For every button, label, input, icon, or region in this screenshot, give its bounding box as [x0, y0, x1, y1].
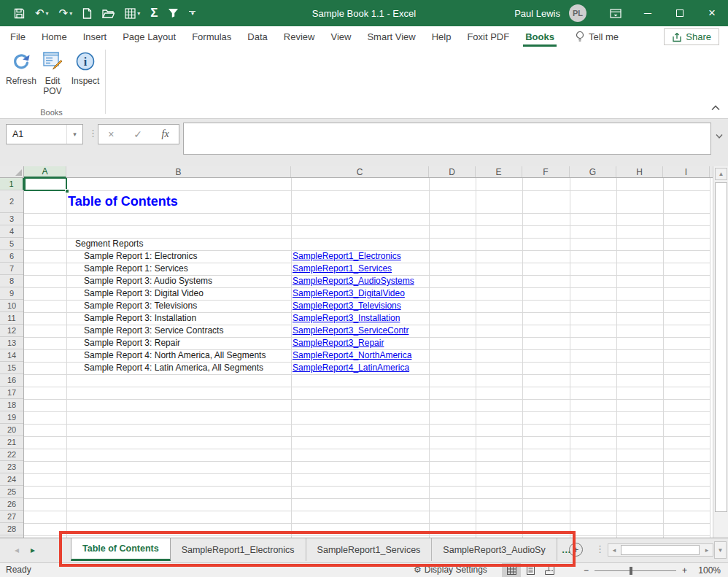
tab-help[interactable]: Help — [424, 26, 460, 47]
toc-entry-label[interactable]: Sample Report 1: Electronics — [84, 250, 197, 263]
quick-table-button[interactable]: ▾ — [120, 2, 145, 24]
save-button[interactable] — [9, 2, 30, 24]
page-layout-view-button[interactable] — [521, 563, 540, 577]
scroll-right-button[interactable]: ▸ — [701, 544, 713, 556]
row-header-24[interactable]: 24 — [0, 473, 23, 486]
toc-entry-link[interactable]: SampleReport3_DigitalVideo — [293, 287, 405, 300]
open-button[interactable] — [97, 2, 120, 24]
tab-data[interactable]: Data — [239, 26, 275, 47]
row-header-5[interactable]: 5 — [0, 238, 23, 250]
row-header-6[interactable]: 6 — [0, 250, 23, 263]
share-button[interactable]: Share — [664, 28, 719, 45]
minimize-button[interactable]: ─ — [632, 0, 664, 26]
sheet-tab-samplereport1_services[interactable]: SampleReport1_Services — [306, 538, 433, 561]
row-header-8[interactable]: 8 — [0, 275, 23, 287]
toc-entry-label[interactable]: Sample Report 1: Services — [84, 263, 188, 275]
row-header-22[interactable]: 22 — [0, 449, 23, 461]
toc-entry-link[interactable]: SampleReport1_Electronics — [293, 250, 401, 263]
spreadsheet-grid[interactable]: Table of Contents Segment Reports Sample… — [0, 166, 713, 538]
toc-entry-label[interactable]: Sample Report 3: Audio Systems — [84, 275, 212, 287]
name-box-dropdown-icon[interactable]: ▾ — [66, 125, 82, 144]
vertical-scrollbar-thumb[interactable] — [715, 182, 727, 512]
scroll-left-button[interactable]: ◂ — [608, 544, 620, 556]
toc-entry-label[interactable]: Sample Report 3: Repair — [84, 337, 180, 349]
row-header-25[interactable]: 25 — [0, 486, 23, 498]
formula-bar-expand-button[interactable] — [715, 129, 724, 142]
row-header-12[interactable]: 12 — [0, 325, 23, 337]
toc-entry-label[interactable]: Sample Report 3: Televisions — [84, 300, 197, 312]
cell-section-header[interactable]: Segment Reports — [75, 238, 143, 250]
tab-page-layout[interactable]: Page Layout — [115, 26, 184, 47]
column-header-A[interactable]: A — [24, 166, 66, 178]
toc-entry-label[interactable]: Sample Report 4: Latin America, All Segm… — [84, 362, 263, 374]
autosum-button[interactable]: Σ — [145, 2, 163, 24]
tab-foxit-pdf[interactable]: Foxit PDF — [459, 26, 517, 47]
toc-entry-label[interactable]: Sample Report 4: North America, All Segm… — [84, 349, 266, 362]
row-header-28[interactable]: 28 — [0, 523, 23, 535]
tab-smart-view[interactable]: Smart View — [359, 26, 423, 47]
zoom-out-button[interactable]: − — [584, 565, 589, 576]
new-file-button[interactable] — [77, 2, 97, 24]
tab-view[interactable]: View — [322, 26, 359, 47]
tab-file[interactable]: File — [2, 26, 34, 47]
vertical-scrollbar[interactable]: ▲ — [713, 166, 728, 538]
row-header-4[interactable]: 4 — [0, 225, 23, 238]
toc-entry-link[interactable]: SampleReport3_AudioSystems — [293, 275, 414, 287]
row-header-13[interactable]: 13 — [0, 337, 23, 349]
close-button[interactable]: × — [696, 0, 728, 26]
sheet-tab-table-of-contents[interactable]: Table of Contents — [71, 538, 171, 561]
toc-entry-label[interactable]: Sample Report 3: Service Contracts — [84, 325, 223, 337]
qat-customize-button[interactable]: ▾ — [184, 2, 201, 24]
zoom-in-button[interactable]: + — [682, 565, 687, 576]
formula-input[interactable] — [183, 123, 711, 155]
row-header-1[interactable]: 1 — [0, 178, 24, 190]
tab-insert[interactable]: Insert — [75, 26, 115, 47]
tab-books[interactable]: Books — [517, 26, 562, 47]
column-header-B[interactable]: B — [66, 166, 291, 177]
maximize-button[interactable] — [664, 0, 696, 26]
toc-entry-link[interactable]: SampleReport3_Televisions — [293, 300, 401, 312]
row-header-19[interactable]: 19 — [0, 411, 23, 424]
column-header-D[interactable]: D — [429, 166, 476, 177]
redo-button[interactable]: ↷▾ — [54, 2, 78, 24]
row-header-7[interactable]: 7 — [0, 263, 23, 275]
previous-sheet-button[interactable]: ◂ — [15, 545, 19, 555]
sheet-tab-samplereport1_electronics[interactable]: SampleReport1_Electronics — [171, 538, 306, 561]
tab-review[interactable]: Review — [276, 26, 323, 47]
page-break-preview-button[interactable] — [540, 563, 559, 577]
row-header-18[interactable]: 18 — [0, 399, 23, 411]
zoom-slider-handle[interactable] — [630, 567, 632, 575]
horizontal-scrollbar[interactable]: ◂ ▸ — [608, 543, 713, 557]
sheet-strip-grip[interactable]: ⋮ — [595, 543, 605, 554]
next-sheet-button[interactable]: ▸ — [31, 545, 35, 555]
name-box[interactable]: A1 ▾ — [6, 124, 83, 144]
insert-function-button[interactable]: fx — [162, 128, 169, 140]
toc-entry-link[interactable]: SampleReport3_ServiceContr — [293, 325, 408, 337]
tab-formulas[interactable]: Formulas — [184, 26, 239, 47]
row-header-27[interactable]: 27 — [0, 511, 23, 523]
scroll-down-button[interactable]: ▼ — [714, 541, 727, 559]
toc-entry-link[interactable]: SampleReport4_NorthAmerica — [293, 349, 411, 362]
cell-toc-title[interactable]: Table of Contents — [68, 190, 178, 213]
row-header-14[interactable]: 14 — [0, 349, 23, 362]
select-all-corner[interactable] — [0, 166, 24, 178]
collapse-ribbon-button[interactable] — [710, 101, 721, 114]
normal-view-button[interactable] — [502, 563, 521, 577]
inspect-button[interactable]: i Inspect — [69, 51, 102, 86]
avatar[interactable]: PL — [569, 4, 586, 22]
row-header-11[interactable]: 11 — [0, 312, 23, 325]
toc-entry-label[interactable]: Sample Report 3: Digital Video — [84, 287, 204, 300]
row-header-26[interactable]: 26 — [0, 498, 23, 511]
filter-button[interactable] — [163, 2, 184, 24]
column-header-E[interactable]: E — [476, 166, 522, 177]
row-header-23[interactable]: 23 — [0, 461, 23, 473]
undo-button[interactable]: ↶▾ — [30, 2, 54, 24]
row-header-9[interactable]: 9 — [0, 287, 23, 300]
row-header-17[interactable]: 17 — [0, 387, 23, 399]
toc-entry-link[interactable]: SampleReport1_Services — [293, 263, 392, 275]
zoom-slider[interactable] — [595, 570, 676, 571]
row-header-16[interactable]: 16 — [0, 374, 23, 387]
row-header-21[interactable]: 21 — [0, 436, 23, 449]
formula-bar-grip[interactable]: ⋮ — [88, 128, 98, 139]
cancel-entry-button[interactable]: × — [108, 128, 114, 140]
